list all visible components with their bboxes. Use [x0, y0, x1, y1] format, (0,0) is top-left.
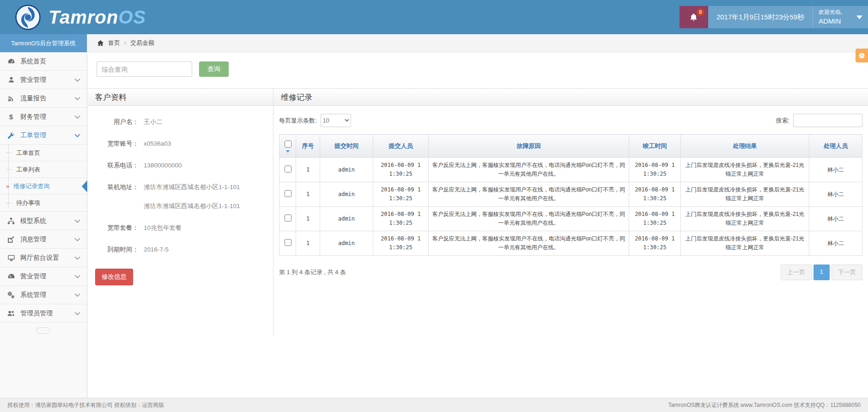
records-panel-title: 维修记录 [273, 89, 868, 106]
sidebar-subitem-label: 工单首页 [16, 149, 40, 157]
chevron-down-icon [74, 115, 80, 119]
chevron-down-icon [74, 238, 80, 241]
sidebar-subitem-workorder-list[interactable]: 工单列表 [0, 161, 87, 178]
row-checkbox[interactable] [285, 239, 291, 246]
column-header[interactable]: 提交人员 [373, 135, 429, 158]
row-checkbox[interactable] [285, 215, 291, 221]
column-header[interactable]: 序号 [296, 135, 320, 158]
caret-down-icon [856, 15, 862, 19]
table-search-input[interactable] [793, 114, 862, 127]
cell-submit-time: admin [320, 182, 373, 207]
customer-field-username: 用户名：王小二 [95, 117, 266, 126]
field-value: 王小二 [144, 117, 163, 126]
sidebar: TamronOS后台管理系统 系统首页营业管理流量报告$财务管理工单管理工单首页… [0, 34, 87, 398]
home-icon[interactable] [97, 40, 104, 47]
dollar-icon: $ [7, 113, 15, 121]
sidebar-subitem-label: 维修记录查询 [13, 182, 49, 191]
sidebar-item-label: 模型系统 [20, 217, 46, 225]
sidebar-submenu: 工单首页工单列表»维修记录查询待办事项 [0, 145, 87, 212]
footer-brand-text: TamronOS腾龙认证计费系统 www.TamronOS.com 技术支持QQ… [668, 401, 861, 409]
chevron-down-icon [74, 134, 80, 137]
sidebar-item-workorder-mgmt[interactable]: 工单管理 [0, 126, 87, 145]
cell-finish-time: 2016-08-09 11:30:25 [629, 231, 681, 256]
notification-badge: 8 [697, 8, 704, 16]
content-panels: 客户资料 用户名：王小二宽带账号：x0536a03联系电话：1380000000… [88, 88, 868, 336]
sidebar-collapse-handle[interactable]: ··· [36, 327, 50, 334]
customer-field-broadband-account: 宽带账号：x0536a03 [95, 139, 266, 148]
field-label: 联系电话： [95, 161, 139, 170]
logo-text: TamronOS [49, 7, 146, 28]
row-checkbox[interactable] [285, 166, 291, 172]
cell-seq: 1 [296, 207, 320, 231]
sidebar-item-system-mgmt[interactable]: 系统管理 [0, 286, 87, 304]
cell-checkbox [279, 207, 296, 231]
table-search-label: 搜索: [776, 117, 789, 125]
notifications-button[interactable]: 8 [680, 6, 708, 28]
sidebar-subitem-todo-items[interactable]: 待办事项 [0, 195, 87, 211]
sidebar-item-message-mgmt[interactable]: 消息管理 [0, 230, 87, 249]
desktop-icon [7, 254, 15, 262]
sidebar-item-label: 营业管理 [20, 76, 46, 84]
row-checkbox[interactable] [285, 190, 291, 197]
sidebar-item-traffic-report[interactable]: 流量报告 [0, 89, 87, 108]
sidebar-item-label: 管理员管理 [20, 309, 53, 318]
signal-icon [7, 95, 15, 102]
per-page-label: 每页显示条数: [279, 117, 317, 125]
breadcrumb: 首页 › 交易金额 [88, 34, 868, 52]
customer-field-install-address: 装机地址：潍坊市潍城区西城名都小区1-1-101潍坊市潍城区西城名都小区1-1-… [95, 183, 266, 210]
edit-icon [7, 236, 15, 243]
per-page-select[interactable]: 10 [321, 114, 351, 127]
cell-fault: 客户反应无法上网，客服核实发现用户不在线，电话沟通光猫Pon口灯不亮，同一单元有… [429, 158, 629, 182]
column-header[interactable]: 提交时间 [320, 135, 373, 158]
prev-page-button[interactable]: 上一页 [781, 264, 812, 280]
sidebar-item-business-mgmt-2[interactable]: 营业管理 [0, 267, 87, 286]
sidebar-item-label: 系统首页 [20, 57, 46, 66]
dotted-prefix-icon [6, 169, 11, 170]
customer-panel: 客户资料 用户名：王小二宽带账号：x0536a03联系电话：1380000000… [88, 89, 273, 336]
cell-checkbox [279, 182, 296, 207]
sidebar-subitem-repair-record-query[interactable]: »维修记录查询 [0, 178, 87, 195]
search-input[interactable] [97, 61, 192, 77]
next-page-button[interactable]: 下一页 [832, 264, 862, 280]
cell-handler: 林小二 [809, 207, 862, 231]
cell-fault: 客户反应无法上网，客服核实发现用户不在线，电话沟通光猫Pon口灯不亮，同一单元有… [429, 182, 629, 207]
customer-field-broadband-plan: 宽带套餐：10兆包年套餐 [95, 223, 266, 232]
cell-submit-person: 2016-08-09 11:30:25 [373, 182, 429, 207]
select-all-checkbox[interactable] [285, 141, 291, 148]
sidebar-item-label: 营业管理 [20, 272, 46, 281]
cell-checkbox [279, 231, 296, 256]
cell-finish-time: 2016-08-09 11:30:25 [629, 158, 681, 182]
field-value: 潍坊市潍城区西城名都小区1-1-101潍坊市潍城区西城名都小区1-1-101 [144, 183, 240, 210]
user-menu[interactable]: 欢迎光临, ADMIN [813, 6, 868, 28]
sidebar-item-model-system[interactable]: 模型系统 [0, 212, 87, 230]
sidebar-item-admin-mgmt[interactable]: 管理员管理 [0, 304, 87, 323]
query-button[interactable]: 查询 [199, 61, 229, 77]
column-header[interactable]: 处理结果 [681, 135, 809, 158]
settings-fab-button[interactable] [856, 49, 868, 62]
field-label: 到期时间： [95, 245, 139, 254]
sidebar-item-system-home[interactable]: 系统首页 [0, 52, 87, 71]
column-header[interactable]: 故障原因 [429, 135, 629, 158]
sidebar-subitem-workorder-home[interactable]: 工单首页 [0, 145, 87, 161]
active-arrows-icon: » [6, 183, 9, 190]
sidebar-item-business-mgmt[interactable]: 营业管理 [0, 71, 87, 89]
chevron-down-icon [74, 293, 80, 297]
global-search-toolbar: 查询 [88, 52, 868, 88]
edit-info-button[interactable]: 修改信息 [95, 269, 133, 285]
cell-handler: 林小二 [809, 182, 862, 207]
page-1-button[interactable]: 1 [813, 264, 830, 280]
chevron-down-icon [74, 78, 80, 82]
select-all-header [279, 135, 296, 158]
cell-submit-person: 2016-08-09 11:30:25 [373, 158, 429, 182]
sidebar-item-webportal-settings[interactable]: 网厅前台设置 [0, 249, 87, 267]
page-footer: 授权使用：潍坊家园驿站电子技术有限公司 授权级别：运营商版 TamronOS腾龙… [0, 398, 868, 412]
cell-checkbox [279, 158, 296, 182]
breadcrumb-home[interactable]: 首页 [108, 39, 120, 47]
sidebar-menu: 系统首页营业管理流量报告$财务管理工单管理工单首页工单列表»维修记录查询待办事项… [0, 52, 87, 323]
field-label: 装机地址： [95, 183, 139, 210]
column-header[interactable]: 竣工时间 [629, 135, 681, 158]
sidebar-item-label: 消息管理 [20, 235, 46, 244]
sidebar-item-finance-mgmt[interactable]: $财务管理 [0, 108, 87, 126]
column-header[interactable]: 处理人员 [809, 135, 862, 158]
sidebar-item-label: 系统管理 [20, 291, 46, 299]
